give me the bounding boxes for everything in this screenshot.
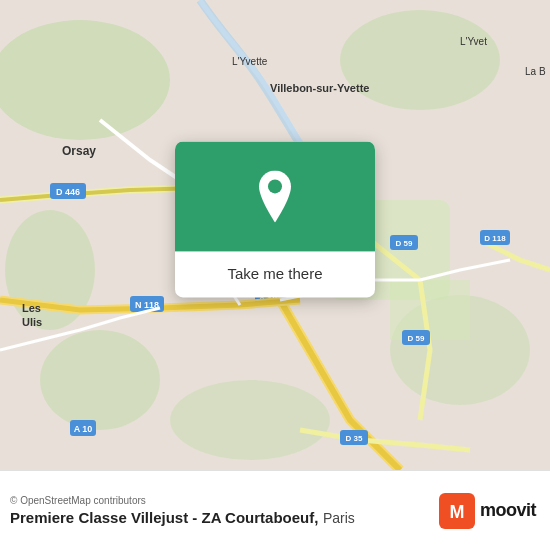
svg-text:L'Yvette: L'Yvette xyxy=(232,56,268,67)
svg-text:D 35: D 35 xyxy=(346,434,363,443)
svg-text:D 59: D 59 xyxy=(408,334,425,343)
svg-text:D 446: D 446 xyxy=(56,187,80,197)
moovit-logo: M moovit xyxy=(439,493,536,529)
svg-point-6 xyxy=(170,380,330,460)
svg-text:D 59: D 59 xyxy=(396,239,413,248)
svg-text:A 10: A 10 xyxy=(74,424,93,434)
svg-text:D 118: D 118 xyxy=(484,234,506,243)
location-pin-icon xyxy=(253,170,297,222)
bottom-bar: © OpenStreetMap contributors Premiere Cl… xyxy=(0,470,550,550)
place-info: © OpenStreetMap contributors Premiere Cl… xyxy=(10,495,355,527)
place-name: Premiere Classe Villejust - ZA Courtaboe… xyxy=(10,509,318,526)
svg-point-2 xyxy=(340,10,500,110)
svg-text:Ulis: Ulis xyxy=(22,316,42,328)
place-name-row: Premiere Classe Villejust - ZA Courtaboe… xyxy=(10,509,355,527)
svg-point-32 xyxy=(268,179,282,193)
svg-point-5 xyxy=(40,330,160,430)
svg-text:Orsay: Orsay xyxy=(62,144,96,158)
card-header xyxy=(175,141,375,251)
attribution-text: © OpenStreetMap contributors xyxy=(10,495,355,506)
location-card: Take me there xyxy=(175,141,375,297)
svg-rect-7 xyxy=(390,280,470,340)
take-me-there-button[interactable]: Take me there xyxy=(191,265,359,282)
map-container: A 10 N 118 D 446 D 59 D 59 D 118 D 35 A … xyxy=(0,0,550,470)
svg-text:M: M xyxy=(449,502,464,522)
svg-text:L'Yvet: L'Yvet xyxy=(460,36,487,47)
moovit-text: moovit xyxy=(480,500,536,521)
place-city: Paris xyxy=(323,510,355,526)
svg-text:Les: Les xyxy=(22,302,41,314)
svg-text:Villebon-sur-Yvette: Villebon-sur-Yvette xyxy=(270,82,369,94)
card-body: Take me there xyxy=(175,251,375,297)
svg-text:La B: La B xyxy=(525,66,546,77)
moovit-icon: M xyxy=(439,493,475,529)
